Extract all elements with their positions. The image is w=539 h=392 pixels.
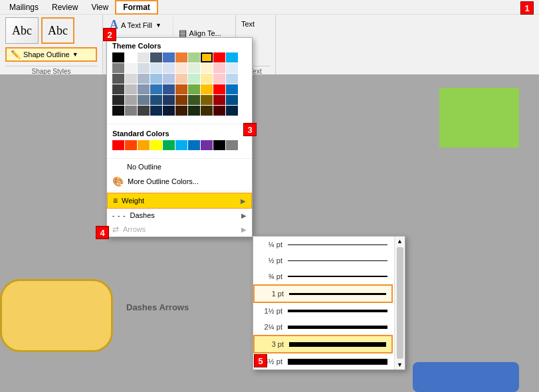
- theme-color-cell[interactable]: [213, 74, 225, 84]
- standard-color-cell[interactable]: [125, 140, 137, 150]
- weight-option[interactable]: 1 pt: [253, 284, 393, 303]
- shape-outline-dropdown: Theme Colors Standard Colors No Outline …: [106, 37, 253, 237]
- scroll-down-button[interactable]: ▼: [395, 360, 404, 369]
- theme-color-cell[interactable]: [201, 52, 213, 62]
- theme-color-cell[interactable]: [201, 84, 213, 94]
- theme-color-cell[interactable]: [150, 52, 162, 62]
- weight-option[interactable]: ¼ pt: [253, 237, 393, 252]
- standard-color-cell[interactable]: [213, 140, 225, 150]
- standard-color-cell[interactable]: [163, 140, 175, 150]
- theme-color-cell[interactable]: [213, 84, 225, 94]
- theme-color-cell[interactable]: [188, 106, 200, 116]
- theme-color-cell[interactable]: [112, 63, 124, 73]
- theme-color-cell[interactable]: [201, 74, 213, 84]
- theme-color-cell[interactable]: [201, 106, 213, 116]
- dashes-item[interactable]: - - - Dashes ▶: [107, 209, 252, 222]
- theme-color-cell[interactable]: [201, 63, 213, 73]
- weight-option-label: 3 pt: [260, 340, 284, 348]
- standard-color-cell[interactable]: [201, 140, 213, 150]
- theme-color-cell[interactable]: [163, 95, 175, 105]
- theme-color-cell[interactable]: [213, 95, 225, 105]
- theme-color-cell[interactable]: [138, 52, 150, 62]
- theme-color-cell[interactable]: [112, 74, 124, 84]
- weight-option[interactable]: ½ pt: [253, 252, 393, 268]
- theme-color-cell[interactable]: [201, 95, 213, 105]
- theme-color-cell[interactable]: [213, 52, 225, 62]
- theme-color-cell[interactable]: [175, 84, 187, 94]
- theme-color-cell[interactable]: [163, 84, 175, 94]
- theme-color-cell[interactable]: [163, 52, 175, 62]
- weight-line: [289, 342, 386, 347]
- more-colors-item[interactable]: 🎨 More Outline Colors...: [107, 173, 252, 189]
- menu-mailings[interactable]: Mailings: [3, 1, 45, 13]
- theme-color-cell[interactable]: [112, 95, 124, 105]
- no-outline-item[interactable]: No Outline: [107, 160, 252, 173]
- theme-color-cell[interactable]: [138, 63, 150, 73]
- weight-item[interactable]: ≡ Weight ▶: [107, 193, 252, 209]
- scroll-up-button[interactable]: ▲: [395, 237, 404, 246]
- theme-color-cell[interactable]: [112, 84, 124, 94]
- shape-style-2[interactable]: Abc: [41, 17, 74, 44]
- theme-color-cell[interactable]: [226, 95, 238, 105]
- theme-color-cell[interactable]: [112, 106, 124, 116]
- theme-color-cell[interactable]: [163, 74, 175, 84]
- theme-color-cell[interactable]: [226, 52, 238, 62]
- theme-color-cell[interactable]: [213, 106, 225, 116]
- theme-color-cell[interactable]: [188, 95, 200, 105]
- theme-color-cell[interactable]: [226, 74, 238, 84]
- theme-color-cell[interactable]: [138, 84, 150, 94]
- theme-color-cell[interactable]: [112, 52, 124, 62]
- theme-color-cell[interactable]: [150, 74, 162, 84]
- theme-color-cell[interactable]: [175, 106, 187, 116]
- theme-color-cell[interactable]: [150, 106, 162, 116]
- theme-colors-section: Theme Colors: [107, 38, 252, 122]
- theme-color-cell[interactable]: [226, 63, 238, 73]
- standard-color-cell[interactable]: [226, 140, 238, 150]
- theme-color-cell[interactable]: [226, 84, 238, 94]
- standard-color-cell[interactable]: [188, 140, 200, 150]
- shape-style-1[interactable]: Abc: [5, 17, 39, 44]
- theme-color-cell[interactable]: [125, 95, 137, 105]
- theme-color-cell[interactable]: [150, 84, 162, 94]
- menu-view[interactable]: View: [84, 1, 115, 13]
- theme-color-cell[interactable]: [188, 74, 200, 84]
- theme-color-cell[interactable]: [213, 63, 225, 73]
- standard-color-cell[interactable]: [138, 140, 150, 150]
- theme-color-cell[interactable]: [125, 106, 137, 116]
- theme-color-cell[interactable]: [163, 106, 175, 116]
- standard-color-cell[interactable]: [175, 140, 187, 150]
- weight-option[interactable]: 2¼ pt: [253, 319, 393, 335]
- theme-color-cell[interactable]: [138, 74, 150, 84]
- weight-option[interactable]: 1½ pt: [253, 303, 393, 319]
- theme-color-cell[interactable]: [175, 52, 187, 62]
- arrows-item[interactable]: ⇄ Arrows ▶: [107, 222, 252, 237]
- theme-color-cell[interactable]: [188, 63, 200, 73]
- theme-color-cell[interactable]: [188, 52, 200, 62]
- standard-color-cell[interactable]: [150, 140, 162, 150]
- theme-color-cell[interactable]: [163, 63, 175, 73]
- theme-color-cell[interactable]: [175, 63, 187, 73]
- theme-color-cell[interactable]: [138, 95, 150, 105]
- theme-color-cell[interactable]: [226, 106, 238, 116]
- theme-color-cell[interactable]: [125, 52, 137, 62]
- theme-color-cell[interactable]: [150, 63, 162, 73]
- theme-color-cell[interactable]: [125, 63, 137, 73]
- theme-color-cell[interactable]: [175, 74, 187, 84]
- theme-color-cell[interactable]: [125, 74, 137, 84]
- weight-option[interactable]: 3 pt: [253, 335, 393, 353]
- theme-color-cell[interactable]: [188, 84, 200, 94]
- scrollbar[interactable]: ▲ ▼: [394, 237, 405, 369]
- theme-color-cell[interactable]: [138, 106, 150, 116]
- text-fill-row[interactable]: A A Text Fill ▼: [108, 17, 169, 33]
- weight-option[interactable]: ¾ pt: [253, 268, 393, 284]
- theme-color-cell[interactable]: [125, 84, 137, 94]
- menu-review[interactable]: Review: [45, 1, 84, 13]
- shape-outline-button[interactable]: ✏️ Shape Outline ▼: [5, 47, 97, 62]
- standard-color-cell[interactable]: [112, 140, 124, 150]
- weight-option[interactable]: 4½ pt: [253, 353, 393, 369]
- theme-color-cell[interactable]: [150, 95, 162, 105]
- weight-line: [289, 293, 386, 295]
- scroll-thumb[interactable]: [397, 247, 403, 359]
- menu-format[interactable]: Format: [115, 0, 158, 15]
- theme-color-cell[interactable]: [175, 95, 187, 105]
